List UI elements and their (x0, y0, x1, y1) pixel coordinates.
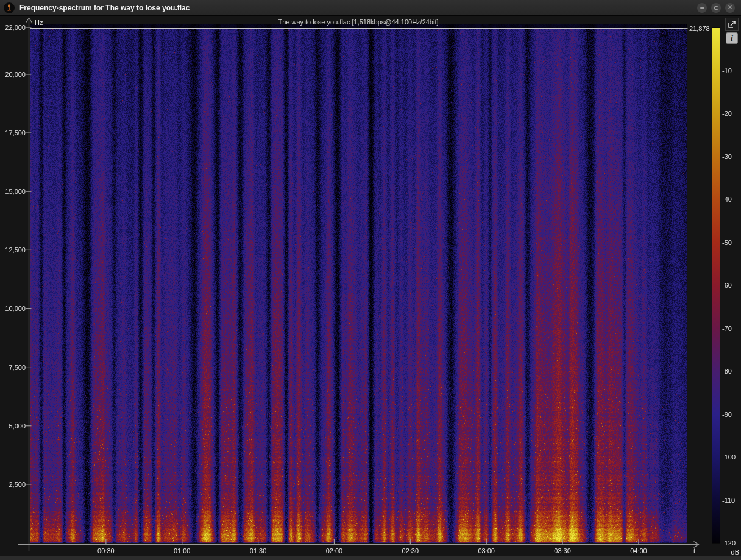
close-icon: ✕ (728, 5, 732, 10)
window-bottom-edge (0, 556, 741, 560)
x-tick-label: 00:30 (93, 547, 119, 555)
minimize-icon (700, 7, 704, 9)
x-axis-unit-label: t (693, 547, 695, 555)
db-tick-label: -10 (722, 66, 732, 75)
db-tick-label: -110 (722, 496, 735, 505)
db-tick-label: -120 (722, 539, 736, 547)
y-tick-label: 22,000 (0, 23, 26, 32)
x-tick-label: 03:00 (473, 547, 500, 555)
colorbar-unit-label: dB (722, 548, 739, 556)
x-tick-label: 02:00 (321, 547, 347, 555)
db-tick-label: -80 (722, 367, 732, 375)
open-external-button[interactable] (725, 18, 739, 31)
y-tick-label: 7,500 (0, 363, 26, 372)
db-tick-label: -60 (722, 281, 732, 289)
maximize-button[interactable] (711, 3, 721, 13)
external-link-icon (727, 19, 737, 29)
y-tick-label: 5,000 (0, 422, 26, 430)
window-controls: ✕ (697, 3, 735, 13)
x-tick-label: 03:30 (549, 547, 576, 555)
window-title: Frequency-spectrum for The way to lose y… (20, 4, 697, 12)
db-tick-label: -90 (722, 410, 732, 419)
db-tick-label: -30 (722, 152, 732, 161)
close-button[interactable]: ✕ (725, 3, 735, 13)
window: Frequency-spectrum for The way to lose y… (0, 0, 741, 560)
maximize-icon (714, 6, 718, 10)
frequency-cutoff-line (30, 28, 687, 29)
mascot-icon (5, 4, 13, 12)
info-icon: i (731, 34, 733, 43)
spectrogram-canvas (30, 24, 687, 543)
y-tick-label: 2,500 (0, 480, 26, 489)
x-tick-label: 04:00 (625, 547, 652, 555)
y-tick-label: 17,500 (0, 129, 26, 137)
y-tick-label: 15,000 (0, 187, 26, 196)
db-tick-label: -100 (722, 453, 736, 461)
x-tick-label: 01:30 (245, 547, 272, 555)
y-axis-unit-label: Hz (35, 18, 43, 27)
info-button[interactable]: i (726, 32, 738, 44)
app-icon (4, 2, 15, 13)
plot-caption: The way to lose you.flac [1,518kbps@44,1… (30, 18, 687, 26)
x-tick-label: 02:30 (397, 547, 424, 555)
cutoff-frequency-label: 21,878 (689, 24, 710, 33)
minimize-button[interactable] (697, 3, 707, 13)
y-tick-label: 12,500 (0, 246, 26, 254)
colorbar (712, 27, 720, 544)
y-tick-label: 20,000 (0, 70, 26, 79)
db-tick-label: -70 (722, 324, 732, 333)
titlebar[interactable]: Frequency-spectrum for The way to lose y… (0, 0, 741, 16)
db-tick-label: -40 (722, 195, 732, 204)
db-tick-label: -20 (722, 109, 732, 118)
db-tick-label: -50 (722, 238, 732, 247)
y-tick-label: 10,000 (0, 304, 26, 313)
x-tick-label: 01:00 (169, 547, 196, 555)
